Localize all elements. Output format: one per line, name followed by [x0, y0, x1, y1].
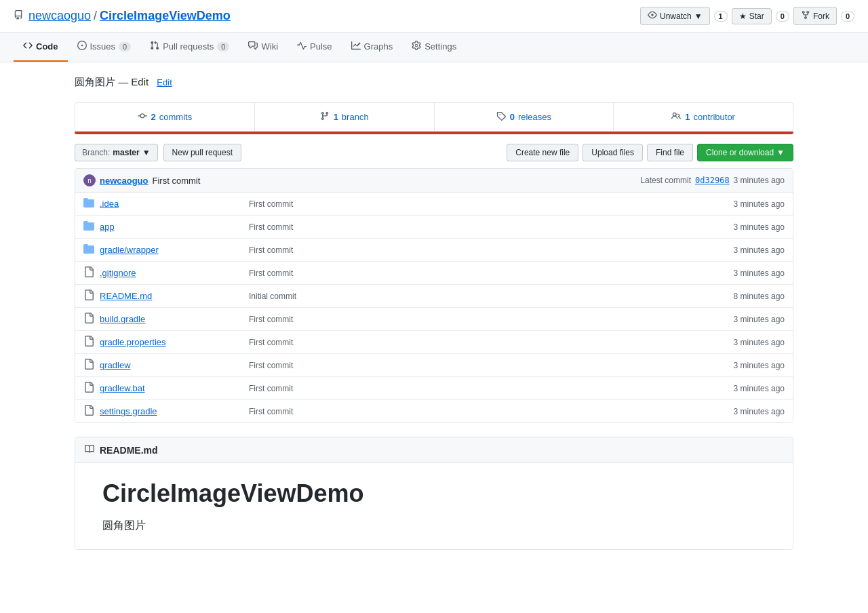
people-icon [671, 111, 681, 123]
file-name-build-gradle[interactable]: build.gradle [100, 314, 249, 324]
file-name-gradlew[interactable]: gradlew [100, 360, 249, 370]
contributors-stat[interactable]: 1 contributor [614, 103, 793, 131]
file-row-gitignore: .gitignore First commit 3 minutes ago [75, 262, 793, 285]
issues-icon [77, 41, 87, 52]
tab-graphs-label: Graphs [364, 41, 393, 52]
toolbar: Branch: master ▼ New pull request Create… [75, 144, 793, 161]
pr-count: 0 [217, 42, 229, 52]
readme-header: README.md [75, 437, 793, 463]
clone-download-button[interactable]: Clone or download ▼ [697, 144, 793, 161]
fork-icon [801, 10, 810, 22]
file-icon-gitignore [83, 266, 100, 279]
file-commit-gradlew-bat: First commit [249, 384, 703, 393]
commits-label: commits [159, 112, 192, 122]
nav-tabs: Code Issues 0 Pull requests 0 Wiki Pulse… [0, 33, 868, 62]
file-time-idea: 3 minutes ago [703, 199, 785, 209]
commit-sha[interactable]: 0d32968 [695, 176, 730, 185]
file-name-settings-gradle[interactable]: settings.gradle [100, 406, 249, 416]
branches-stat[interactable]: 1 branch [255, 103, 435, 131]
file-row-gradlew: gradlew First commit 3 minutes ago [75, 354, 793, 377]
file-name-gitignore[interactable]: .gitignore [100, 268, 249, 278]
avatar: n [83, 174, 96, 186]
pulse-icon [297, 41, 307, 52]
file-row-readme: README.md Initial commit 8 minutes ago [75, 285, 793, 308]
tab-pulse[interactable]: Pulse [288, 33, 342, 62]
file-name-gradle-wrapper[interactable]: gradle/wrapper [100, 245, 249, 255]
latest-commit-label: Latest commit [640, 176, 691, 185]
upload-files-button[interactable]: Upload files [583, 144, 643, 161]
tab-pulse-label: Pulse [310, 41, 332, 52]
new-pull-request-button[interactable]: New pull request [163, 144, 241, 161]
repo-separator: / [94, 9, 97, 23]
main-content: 圆角图片 — Edit Edit 2 commits 1 branch 0 re… [61, 62, 807, 563]
watch-chevron: ▼ [694, 12, 703, 21]
star-button[interactable]: ★ Star [732, 8, 772, 24]
folder-icon [83, 197, 100, 210]
file-name-idea[interactable]: .idea [100, 199, 249, 209]
top-actions: Unwatch ▼ 1 ★ Star 0 Fork 0 [640, 7, 854, 25]
file-icon-gradlew [83, 359, 100, 372]
file-icon-gradle-properties [83, 336, 100, 349]
create-new-file-button[interactable]: Create new file [507, 144, 578, 161]
file-row-gradle-wrapper: gradle/wrapper First commit 3 minutes ag… [75, 239, 793, 262]
repo-name[interactable]: CircleImageViewDemo [100, 9, 231, 23]
tab-pull-requests[interactable]: Pull requests 0 [140, 33, 239, 62]
file-commit-gitignore: First commit [249, 269, 703, 278]
file-row-gradle-properties: gradle.properties First commit 3 minutes… [75, 331, 793, 354]
fork-label: Fork [813, 12, 829, 21]
file-time-build-gradle: 3 minutes ago [703, 315, 785, 324]
tab-wiki-label: Wiki [261, 41, 278, 52]
file-commit-build-gradle: First commit [249, 315, 703, 324]
readme-title: CircleImageViewDemo [102, 479, 766, 508]
file-name-gradlew-bat[interactable]: gradlew.bat [100, 383, 249, 393]
file-time-settings-gradle: 3 minutes ago [703, 407, 785, 416]
wiki-icon [248, 41, 258, 52]
releases-link[interactable]: 0 releases [510, 112, 551, 122]
file-name-readme[interactable]: README.md [100, 291, 249, 301]
file-icon-gradlew-bat [83, 382, 100, 395]
contributors-count: 1 [685, 112, 690, 122]
star-icon: ★ [739, 12, 747, 21]
commit-author[interactable]: newcaoguo [100, 176, 149, 186]
commit-message: First commit [153, 176, 201, 186]
commit-time: 3 minutes ago [734, 176, 785, 185]
file-commit-app: First commit [249, 222, 703, 232]
file-commit-gradlew: First commit [249, 361, 703, 370]
tab-issues[interactable]: Issues 0 [68, 33, 141, 62]
branch-label-text: Branch: [82, 148, 110, 157]
file-time-gradle-properties: 3 minutes ago [703, 338, 785, 347]
branches-link[interactable]: 1 branch [334, 112, 369, 122]
contributors-link[interactable]: 1 contributor [685, 112, 735, 122]
commits-icon [138, 111, 147, 123]
readme-description: 圆角图片 [102, 519, 766, 533]
file-name-gradle-properties[interactable]: gradle.properties [100, 337, 249, 347]
file-commit-settings-gradle: First commit [249, 407, 703, 416]
file-name-app[interactable]: app [100, 222, 249, 232]
star-count: 0 [776, 11, 789, 22]
releases-stat[interactable]: 0 releases [435, 103, 614, 131]
file-icon-build-gradle [83, 313, 100, 325]
file-table: n newcaoguo First commit Latest commit 0… [75, 168, 793, 423]
file-time-readme: 8 minutes ago [703, 292, 785, 301]
tag-icon [496, 111, 506, 123]
branch-chevron: ▼ [142, 148, 151, 157]
fork-button[interactable]: Fork [793, 7, 837, 25]
tab-settings-label: Settings [425, 41, 456, 52]
tab-settings[interactable]: Settings [402, 33, 466, 62]
tab-graphs[interactable]: Graphs [342, 33, 403, 62]
page-title-area: 圆角图片 — Edit Edit [75, 76, 793, 89]
edit-link[interactable]: Edit [157, 77, 172, 87]
commits-link[interactable]: 2 commits [151, 112, 193, 122]
find-file-button[interactable]: Find file [647, 144, 693, 161]
commits-stat[interactable]: 2 commits [75, 103, 255, 131]
branch-icon [320, 111, 330, 123]
branch-selector[interactable]: Branch: master ▼ [75, 144, 158, 161]
watch-button[interactable]: Unwatch ▼ [640, 7, 710, 25]
tab-wiki[interactable]: Wiki [239, 33, 288, 62]
book-icon [85, 444, 94, 456]
file-time-gradle-wrapper: 3 minutes ago [703, 245, 785, 255]
pr-icon [150, 41, 159, 52]
file-commit-gradle-wrapper: First commit [249, 245, 703, 255]
tab-code[interactable]: Code [14, 33, 68, 62]
repo-owner[interactable]: newcaoguo [28, 9, 91, 23]
